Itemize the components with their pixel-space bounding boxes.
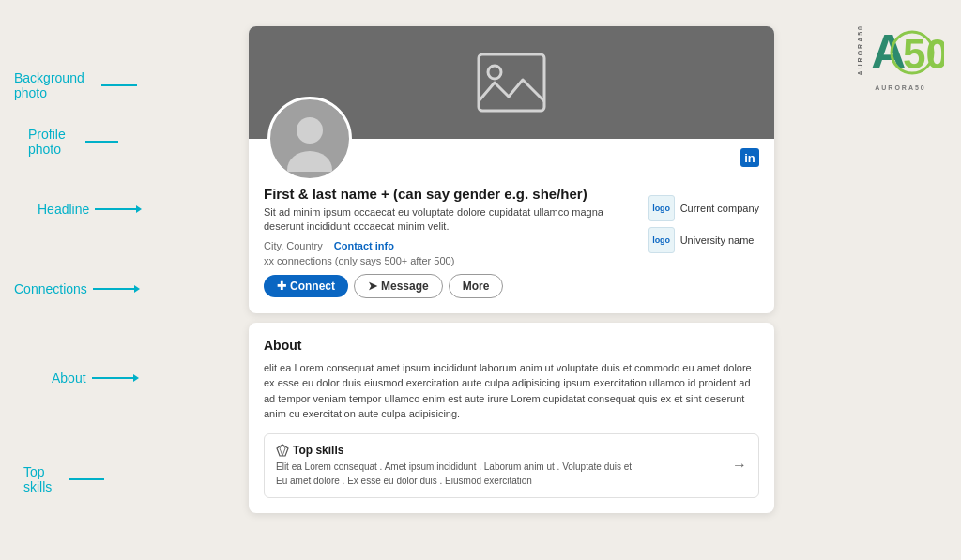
top-skills-icon <box>276 444 289 457</box>
arrow-background-icon <box>101 79 137 92</box>
annotation-top-skills-label: Top skills <box>23 464 64 494</box>
annotation-connections: Connections <box>14 281 140 296</box>
company2-logo: logo <box>648 227 675 253</box>
background-photo-area <box>249 26 774 139</box>
profile-location-row: City, Country Contact info <box>264 240 607 251</box>
logo-svg: A 50 <box>869 17 944 83</box>
svg-marker-8 <box>136 205 142 213</box>
annotation-connections-label: Connections <box>14 281 87 296</box>
brand-name: AURORA50 <box>857 24 863 76</box>
svg-marker-10 <box>134 285 140 293</box>
brand-label: AURORA50 <box>857 84 944 91</box>
annotation-about: About <box>52 371 139 386</box>
connections-count: xx connections (only says 500+ after 500… <box>264 255 607 266</box>
annotation-background: Background photo <box>14 70 137 100</box>
svg-point-16 <box>488 66 501 79</box>
top-skills-title-row: Top skills <box>276 444 725 457</box>
page-container: AURORA50 A 50 AURORA50 Background photo <box>0 0 961 560</box>
profile-photo-wrapper <box>267 97 352 181</box>
message-button[interactable]: ➤ Message <box>354 274 443 298</box>
company1-item: logo Current company <box>648 195 759 221</box>
main-content: First & last name + (can say gender e.g.… <box>249 26 774 513</box>
companies-section: logo Current company logo University nam… <box>648 195 759 259</box>
arrow-connections-icon <box>93 282 140 295</box>
arrow-about-icon <box>92 371 139 385</box>
top-skills-section[interactable]: Top skills Elit ea Lorem consequat . Ame… <box>264 433 759 498</box>
connect-button[interactable]: ✚ Connect <box>264 275 348 297</box>
message-label: Message <box>381 280 429 293</box>
top-skills-content: Top skills Elit ea Lorem consequat . Ame… <box>276 444 725 488</box>
company2-item: logo University name <box>648 227 759 253</box>
svg-marker-12 <box>133 374 139 382</box>
company2-name: University name <box>680 235 755 246</box>
more-button[interactable]: More <box>449 274 504 298</box>
svg-rect-15 <box>479 54 544 111</box>
about-title: About <box>264 338 759 353</box>
company1-logo: logo <box>648 195 675 221</box>
linkedin-badge: in <box>740 148 759 167</box>
top-skills-list-2: Eu amet dolore . Ex esse eu dolor duis .… <box>276 474 725 488</box>
profile-card: First & last name + (can say gender e.g.… <box>249 26 774 313</box>
arrow-headline-icon <box>95 203 142 216</box>
logo-icon: A 50 <box>869 17 944 83</box>
top-skills-label: Top skills <box>293 444 343 457</box>
arrow-top-skills-icon <box>69 473 105 486</box>
svg-marker-20 <box>277 445 288 456</box>
more-label: More <box>463 280 490 293</box>
profile-name: First & last name + (can say gender e.g.… <box>264 186 607 202</box>
location-text: City, Country <box>264 240 323 251</box>
top-skills-list-1: Elit ea Lorem consequat . Amet ipsum inc… <box>276 460 725 474</box>
arrow-profile-icon <box>85 135 118 148</box>
annotation-background-label: Background photo <box>14 70 96 100</box>
profile-right: in logo Current company logo University … <box>618 186 759 298</box>
action-buttons: ✚ Connect ➤ Message More <box>264 274 607 298</box>
logo-area: AURORA50 A 50 AURORA50 <box>857 17 944 91</box>
connect-icon: ✚ <box>277 280 286 293</box>
profile-avatar <box>267 97 352 181</box>
about-card: About elit ea Lorem consequat amet ipsum… <box>249 323 774 513</box>
annotation-profile: Profile photo <box>28 127 118 157</box>
profile-main: First & last name + (can say gender e.g.… <box>264 186 607 298</box>
background-image-icon <box>474 50 549 115</box>
annotation-headline-label: Headline <box>38 202 89 217</box>
avatar-icon <box>277 106 343 172</box>
message-icon: ➤ <box>368 280 377 293</box>
svg-point-18 <box>297 117 323 144</box>
annotation-top-skills: Top skills <box>23 464 104 494</box>
connect-label: Connect <box>290 280 335 293</box>
annotation-profile-label: Profile photo <box>28 127 80 157</box>
annotation-about-label: About <box>52 371 86 386</box>
about-text: elit ea Lorem consequat amet ipsum incid… <box>264 360 759 422</box>
profile-headline: Sit ad minim ipsum occaecat eu voluptate… <box>264 205 607 235</box>
skills-arrow-icon: → <box>732 457 747 474</box>
contact-info-link[interactable]: Contact info <box>334 240 394 251</box>
company1-name: Current company <box>680 203 759 214</box>
annotation-headline: Headline <box>38 202 142 217</box>
